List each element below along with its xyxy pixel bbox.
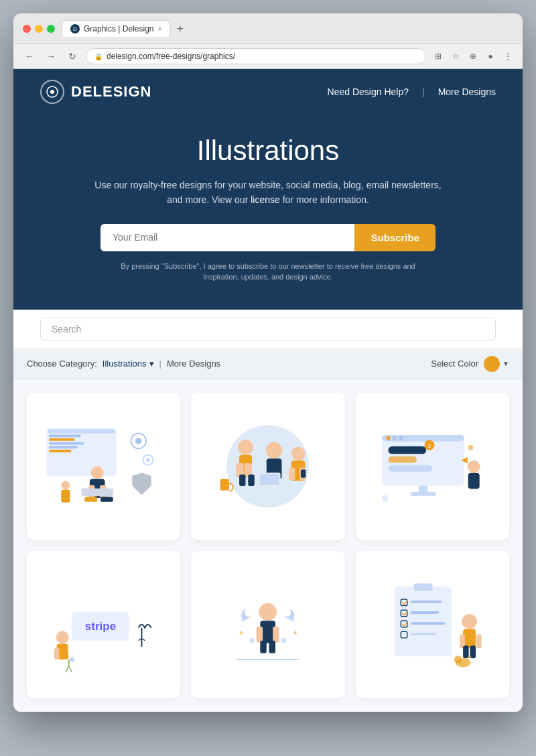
hero-section: Illustrations Use our royalty-free desig… [13, 115, 523, 310]
close-button[interactable] [23, 25, 31, 33]
subscribe-form: Subscribe [100, 224, 436, 251]
svg-rect-3 [48, 430, 115, 434]
browser-titlebar: D Graphics | Delesign × + [13, 13, 523, 44]
email-input[interactable] [100, 224, 354, 251]
illustration-2 [204, 406, 331, 527]
svg-point-51 [467, 460, 480, 472]
illustration-5 [204, 564, 331, 685]
minimize-button[interactable] [35, 25, 43, 33]
svg-text:stripe: stripe [85, 619, 116, 632]
subscribe-note: By pressing "Subscribe", I agree to subs… [121, 261, 415, 283]
svg-point-55 [468, 445, 473, 450]
svg-point-29 [266, 442, 283, 459]
illustration-card-5[interactable] [191, 551, 344, 698]
nav-divider: | [422, 86, 425, 97]
svg-point-82 [462, 614, 477, 629]
svg-rect-5 [49, 438, 74, 441]
svg-rect-38 [220, 479, 229, 491]
logo-text: DELESIGN [71, 83, 151, 101]
svg-point-54 [382, 495, 388, 501]
svg-rect-8 [49, 450, 71, 452]
svg-point-62 [70, 657, 75, 662]
svg-point-63 [259, 603, 277, 621]
svg-rect-75 [410, 601, 442, 603]
hero-subtitle: Use our royalty-free designs for your we… [94, 178, 442, 208]
content-area: Search Choose Category: Illustrations ▾ … [13, 310, 523, 712]
svg-point-61 [62, 653, 68, 659]
category-arrow: ▾ [149, 359, 154, 369]
hero-title: Illustrations [40, 135, 496, 167]
tab-bar: D Graphics | Delesign × + [62, 20, 513, 37]
svg-point-42 [393, 436, 397, 440]
nav-more-link[interactable]: More Designs [438, 86, 496, 97]
illustration-4: stripe [40, 564, 167, 685]
svg-rect-7 [49, 446, 78, 448]
svg-rect-46 [388, 465, 432, 471]
toolbar-icons: ⊞ ☆ ⊕ ● ⋮ [431, 50, 515, 63]
svg-point-1 [50, 90, 54, 94]
translate-icon[interactable]: ⊞ [431, 50, 445, 63]
svg-rect-4 [49, 434, 80, 437]
site-header: DELESIGN Need Design Help? | More Design… [13, 69, 523, 115]
illustration-3: 3 [369, 406, 496, 527]
category-value: Illustrations [103, 359, 147, 369]
svg-rect-44 [388, 446, 426, 453]
back-button[interactable]: ← [21, 48, 38, 64]
nav-help-link[interactable]: Need Design Help? [328, 86, 409, 97]
extensions-icon[interactable]: ⊕ [466, 50, 480, 63]
svg-point-69 [250, 638, 255, 643]
svg-rect-49 [418, 485, 427, 491]
svg-rect-65 [257, 627, 263, 643]
license-link[interactable]: license [251, 194, 280, 205]
svg-rect-37 [301, 470, 306, 478]
illustration-card-3[interactable]: 3 [356, 393, 509, 540]
new-tab-button[interactable]: + [173, 23, 187, 35]
tab-title: Graphics | Delesign [84, 24, 154, 34]
tab-favicon: D [70, 24, 80, 34]
active-tab[interactable]: D Graphics | Delesign × [62, 20, 170, 37]
tab-close-icon[interactable]: × [158, 25, 162, 33]
profile-icon[interactable]: ● [484, 50, 497, 63]
illustration-card-4[interactable]: stripe [27, 551, 180, 698]
svg-point-23 [239, 440, 254, 455]
logo[interactable]: DELESIGN [40, 80, 151, 104]
svg-rect-28 [249, 475, 255, 486]
menu-icon[interactable]: ⋮ [501, 50, 515, 63]
color-picker-button[interactable]: ▼ [484, 356, 509, 372]
filter-bar: Choose Category: Illustrations ▾ | More … [13, 349, 523, 379]
illustration-1 [40, 406, 167, 527]
choose-category-label: Choose Category: [27, 359, 97, 369]
illustration-card-2[interactable] [191, 393, 344, 540]
svg-rect-66 [273, 627, 279, 643]
illustration-card-6[interactable] [356, 551, 509, 698]
svg-point-33 [291, 446, 306, 460]
svg-point-43 [399, 436, 403, 440]
svg-point-70 [281, 638, 287, 643]
maximize-button[interactable] [47, 25, 55, 33]
forward-button[interactable]: → [43, 48, 59, 64]
svg-point-21 [146, 458, 150, 462]
browser-toolbar: ← → ↻ 🔒 delesign.com/free-designs/graphi… [13, 44, 523, 69]
svg-rect-72 [395, 586, 452, 656]
svg-rect-52 [468, 472, 479, 489]
svg-rect-67 [261, 640, 267, 653]
header-nav: Need Design Help? | More Designs [328, 86, 496, 97]
search-section: Search [13, 310, 523, 349]
svg-point-19 [135, 438, 141, 444]
lock-icon: 🔒 [94, 53, 103, 60]
search-input[interactable]: Search [40, 318, 496, 340]
refresh-button[interactable]: ↻ [64, 48, 80, 64]
svg-rect-15 [82, 489, 113, 496]
svg-rect-50 [410, 492, 436, 496]
more-designs-link[interactable]: More Designs [167, 359, 220, 369]
svg-rect-6 [49, 442, 84, 445]
svg-rect-32 [260, 474, 279, 485]
svg-rect-13 [84, 497, 97, 502]
svg-point-9 [91, 466, 104, 479]
browser-window: D Graphics | Delesign × + ← → ↻ 🔒 delesi… [13, 13, 523, 712]
subscribe-button[interactable]: Subscribe [354, 224, 436, 251]
bookmark-icon[interactable]: ☆ [449, 50, 462, 63]
address-bar[interactable]: 🔒 delesign.com/free-designs/graphics/ [86, 48, 426, 64]
category-select[interactable]: Illustrations ▾ [103, 359, 154, 369]
illustration-card-1[interactable] [27, 393, 180, 540]
